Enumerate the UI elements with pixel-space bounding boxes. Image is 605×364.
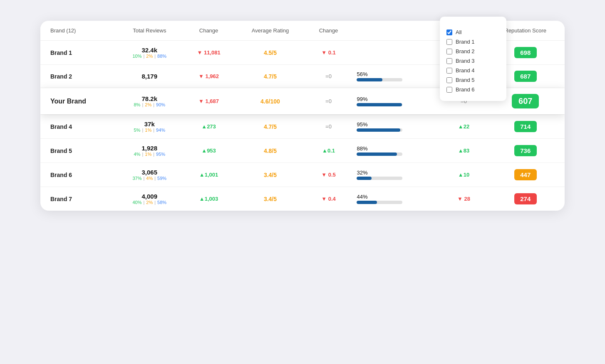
col-avg-rating: Average Rating <box>234 21 306 41</box>
total-reviews: 8,179 <box>116 65 183 88</box>
avg-rating: 4.5/5 <box>234 41 306 65</box>
table-row: Brand 74,00940% | 2% | 58%▲1,0033.4/5▼ 0… <box>40 187 565 211</box>
progress-bar: 99% <box>351 88 441 115</box>
dropdown-item[interactable]: All <box>446 27 500 37</box>
brand-name: Brand 1 <box>40 41 116 65</box>
progress-bar: 95% <box>351 115 441 139</box>
progress-change: ▲22 <box>441 115 486 139</box>
avg-rating: 4.8/5 <box>234 139 306 163</box>
col-brand: Brand (12) <box>40 21 116 41</box>
leaderboard-container: AllBrand 1Brand 2Brand 3Brand 4Brand 5Br… <box>40 21 565 211</box>
total-reviews: 3,06537% | 4% | 59% <box>116 163 183 187</box>
reputation-score: 274 <box>486 187 565 211</box>
brand-name: Brand 6 <box>40 163 116 187</box>
progress-bar: 88% <box>351 139 441 163</box>
progress-bar: 44% <box>351 187 441 211</box>
progress-change: ▼ 28 <box>441 187 486 211</box>
col-progress <box>351 21 441 41</box>
brand-name: Brand 4 <box>40 115 116 139</box>
total-reviews: 32.4k10% | 2% | 88% <box>116 41 183 65</box>
table-row: Brand 437k5% | 1% | 94%▲2734.7/5=095%▲22… <box>40 115 565 139</box>
dropdown-item[interactable]: Brand 2 <box>446 47 500 56</box>
reputation-score: 714 <box>486 115 565 139</box>
total-reviews: 78.2k8% | 2% | 90% <box>116 88 183 115</box>
reputation-score: 447 <box>486 163 565 187</box>
table-row: Brand 51,9284% | 1% | 95%▲9534.8/5▲0.188… <box>40 139 565 163</box>
col-rating-change: Change <box>306 21 351 41</box>
reputation-score: 736 <box>486 139 565 163</box>
reviews-change: ▲273 <box>183 115 235 139</box>
reviews-change: ▼ 1,687 <box>183 88 235 115</box>
rating-change: =0 <box>306 65 351 88</box>
progress-bar: 32% <box>351 163 441 187</box>
reviews-change: ▲953 <box>183 139 235 163</box>
dropdown-scroll[interactable]: AllBrand 1Brand 2Brand 3Brand 4Brand 5Br… <box>446 27 500 94</box>
progress-change: ▲10 <box>441 163 486 187</box>
reviews-change: ▲1,003 <box>183 187 235 211</box>
reviews-change: ▲1,001 <box>183 163 235 187</box>
brand-name: Your Brand <box>40 88 116 115</box>
brand-name: Brand 5 <box>40 139 116 163</box>
reviews-change: ▼ 1,962 <box>183 65 235 88</box>
rating-change: ▼ 0.4 <box>306 187 351 211</box>
avg-rating: 4.7/5 <box>234 115 306 139</box>
rating-change: =0 <box>306 115 351 139</box>
brand-name: Brand 7 <box>40 187 116 211</box>
avg-rating: 4.7/5 <box>234 65 306 88</box>
rating-change: ▼ 0.1 <box>306 41 351 65</box>
reviews-change: ▼ 11,081 <box>183 41 235 65</box>
progress-change: ▲83 <box>441 139 486 163</box>
dropdown-item[interactable]: Brand 5 <box>446 75 500 85</box>
dropdown-item[interactable]: Brand 4 <box>446 66 500 75</box>
col-reviews-change: Change <box>183 21 235 41</box>
avg-rating: 3.4/5 <box>234 163 306 187</box>
total-reviews: 1,9284% | 1% | 95% <box>116 139 183 163</box>
dropdown-item[interactable]: Brand 1 <box>446 37 500 47</box>
table-row: Brand 63,06537% | 4% | 59%▲1,0013.4/5▼ 0… <box>40 163 565 187</box>
brand-filter-dropdown: AllBrand 1Brand 2Brand 3Brand 4Brand 5Br… <box>440 17 506 101</box>
avg-rating: 4.6/100 <box>234 88 306 115</box>
total-reviews: 4,00940% | 2% | 58% <box>116 187 183 211</box>
dropdown-item[interactable]: Brand 6 <box>446 85 500 94</box>
rating-change: ▲0.1 <box>306 139 351 163</box>
col-total-reviews: Total Reviews <box>116 21 183 41</box>
dropdown-item[interactable]: Brand 3 <box>446 56 500 66</box>
progress-bar <box>351 41 441 65</box>
brand-name: Brand 2 <box>40 65 116 88</box>
total-reviews: 37k5% | 1% | 94% <box>116 115 183 139</box>
avg-rating: 3.4/5 <box>234 187 306 211</box>
progress-bar: 56% <box>351 65 441 88</box>
rating-change: ▼ 0.5 <box>306 163 351 187</box>
rating-change: =0 <box>306 88 351 115</box>
